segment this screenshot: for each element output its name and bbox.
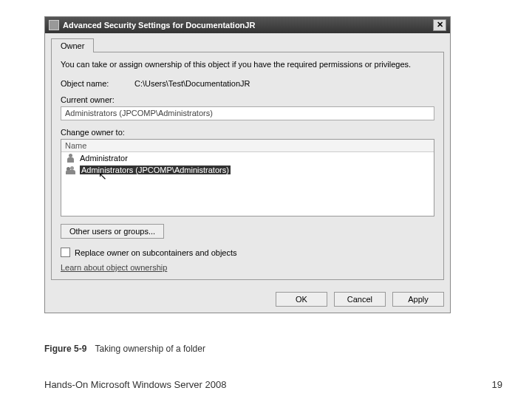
window-icon [49, 20, 59, 30]
description-text: You can take or assign ownership of this… [61, 60, 434, 69]
figure-text: Taking ownership of a folder [95, 344, 205, 354]
page-number: 19 [492, 379, 502, 390]
dialog-body: Owner You can take or assign ownership o… [45, 33, 450, 286]
other-users-button[interactable]: Other users or groups... [61, 224, 164, 239]
tab-owner[interactable]: Owner [51, 38, 94, 52]
figure-caption: Figure 5-9 Taking ownership of a folder [44, 344, 205, 354]
ok-button[interactable]: OK [276, 292, 327, 307]
list-item[interactable]: Administrator [61, 152, 434, 164]
close-button[interactable]: ✕ [433, 19, 446, 31]
figure-label: Figure 5-9 [44, 344, 86, 354]
owner-listbox[interactable]: Name Administrator Administrators (JPCOM… [61, 139, 434, 216]
change-owner-label: Change owner to: [61, 128, 434, 137]
dialog-footer: OK Cancel Apply [45, 286, 450, 313]
replace-owner-label: Replace owner on subcontainers and objec… [75, 248, 237, 257]
current-owner-label: Current owner: [61, 95, 434, 104]
current-owner-field: Administrators (JPCOMP\Administrators) [61, 106, 434, 120]
object-name-value: C:\Users\Test\DocumentationJR [134, 79, 250, 88]
security-settings-dialog: Advanced Security Settings for Documenta… [44, 16, 451, 313]
user-icon [65, 153, 76, 163]
tab-panel-owner: You can take or assign ownership of this… [51, 52, 444, 280]
cancel-button[interactable]: Cancel [334, 292, 386, 307]
page-footer: Hands-On Microsoft Windows Server 2008 1… [44, 379, 502, 390]
group-icon [65, 165, 76, 175]
replace-owner-checkbox[interactable] [61, 248, 70, 257]
change-owner-row: Change owner to: Name Administrator Admi… [61, 128, 434, 216]
object-name-row: Object name: C:\Users\Test\Documentation… [61, 79, 434, 88]
current-owner-row: Current owner: Administrators (JPCOMP\Ad… [61, 95, 434, 120]
apply-button[interactable]: Apply [392, 292, 444, 307]
list-item-label: Administrator [80, 154, 128, 163]
book-title: Hands-On Microsoft Windows Server 2008 [44, 379, 226, 390]
list-item[interactable]: Administrators (JPCOMP\Administrators) [61, 164, 434, 176]
list-header-name[interactable]: Name [61, 140, 434, 152]
other-users-row: Other users or groups... [61, 224, 434, 239]
object-name-label: Object name: [61, 79, 134, 88]
replace-owner-row: Replace owner on subcontainers and objec… [61, 248, 434, 257]
tab-strip: Owner You can take or assign ownership o… [51, 38, 444, 280]
learn-link[interactable]: Learn about object ownership [61, 263, 167, 272]
list-item-label: Administrators (JPCOMP\Administrators) [80, 166, 231, 174]
window-title: Advanced Security Settings for Documenta… [63, 21, 255, 30]
titlebar[interactable]: Advanced Security Settings for Documenta… [45, 17, 450, 33]
